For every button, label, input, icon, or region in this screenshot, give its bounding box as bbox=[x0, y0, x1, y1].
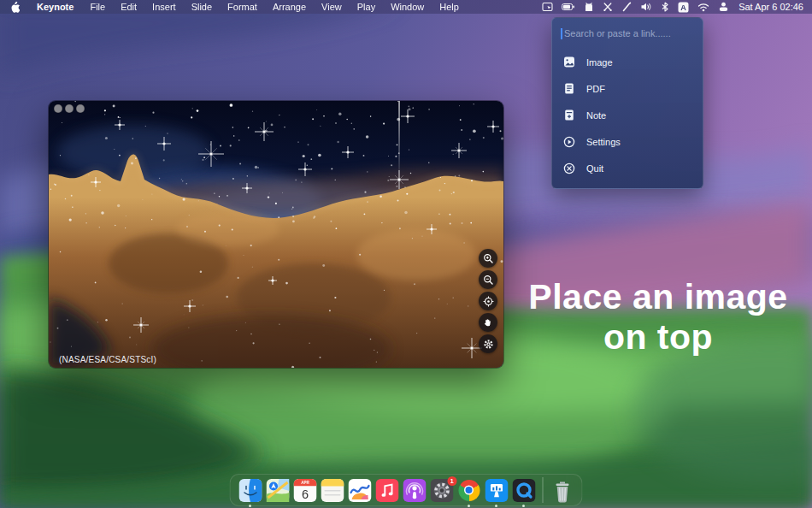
gear-button[interactable] bbox=[479, 334, 497, 353]
headline-line1: Place an image bbox=[509, 277, 808, 317]
quit-icon bbox=[563, 162, 575, 174]
screenshot-icon[interactable] bbox=[538, 2, 557, 12]
dock-item-quicktime[interactable] bbox=[512, 479, 535, 502]
search-input[interactable]: Search or paste a link...... bbox=[561, 25, 694, 42]
user-switch-icon[interactable] bbox=[714, 2, 733, 12]
menu-item-pdf[interactable]: PDF bbox=[552, 75, 703, 102]
search-placeholder: Search or paste a link...... bbox=[564, 28, 671, 38]
zoom-button[interactable] bbox=[76, 104, 85, 113]
image-credit-caption: (NASA/ESA/CSA/STScI) bbox=[59, 355, 156, 364]
menu-slide[interactable]: Slide bbox=[184, 2, 220, 12]
menu-item-quit[interactable]: Quit bbox=[552, 155, 703, 181]
menu-view[interactable]: View bbox=[314, 2, 350, 12]
reset-zoom-button[interactable] bbox=[479, 292, 497, 310]
menu-item-label: PDF bbox=[586, 84, 605, 94]
menu-arrange[interactable]: Arrange bbox=[265, 2, 314, 12]
close-button[interactable] bbox=[54, 104, 62, 113]
menu-item-label: Settings bbox=[586, 137, 621, 147]
svg-text:6: 6 bbox=[301, 487, 308, 500]
dock-item-podcasts[interactable] bbox=[403, 479, 426, 502]
apple-menu-icon[interactable] bbox=[0, 2, 28, 13]
image-viewer-window[interactable]: (NASA/ESA/CSA/STScI) bbox=[49, 101, 503, 368]
dock-item-finder[interactable] bbox=[238, 479, 262, 502]
pan-hand-button[interactable] bbox=[479, 313, 497, 332]
menu-insert[interactable]: Insert bbox=[144, 2, 184, 12]
image-icon bbox=[563, 56, 575, 68]
dock: APR6 1 bbox=[230, 474, 583, 506]
menu-item-label: Note bbox=[586, 110, 606, 121]
nebula-image bbox=[49, 101, 503, 368]
cat-icon[interactable] bbox=[580, 2, 598, 12]
menu-item-note[interactable]: Note bbox=[552, 102, 703, 128]
volume-icon[interactable] bbox=[636, 2, 656, 12]
dock-item-music[interactable] bbox=[375, 479, 398, 502]
zoom-out-button[interactable] bbox=[479, 270, 497, 289]
pdf-icon bbox=[563, 83, 575, 94]
dock-item-freeform[interactable] bbox=[348, 479, 371, 502]
active-app-name[interactable]: Keynote bbox=[28, 2, 82, 12]
menu-file[interactable]: File bbox=[82, 2, 113, 12]
menu-help[interactable]: Help bbox=[432, 2, 467, 12]
input-source-icon[interactable]: A bbox=[674, 2, 693, 13]
viewer-toolbar bbox=[479, 249, 497, 353]
menu-bar-clock[interactable]: Sat Apr 6 02:46 bbox=[733, 2, 812, 12]
menu-item-label: Image bbox=[586, 57, 613, 68]
menu-format[interactable]: Format bbox=[220, 2, 265, 12]
dock-item-maps[interactable] bbox=[266, 479, 289, 502]
headline-line2: on top bbox=[509, 317, 808, 357]
minimize-button[interactable] bbox=[65, 104, 74, 113]
dock-item-notes[interactable] bbox=[321, 479, 344, 502]
menu-edit[interactable]: Edit bbox=[113, 2, 144, 12]
menu-item-settings[interactable]: Settings bbox=[552, 128, 703, 155]
chrome-logo bbox=[458, 480, 480, 501]
dock-item-system-settings[interactable]: 1 bbox=[430, 479, 453, 502]
dock-item-chrome[interactable] bbox=[457, 479, 480, 502]
menu-item-image[interactable]: Image bbox=[552, 49, 703, 75]
note-icon bbox=[563, 109, 575, 121]
menu-window[interactable]: Window bbox=[383, 2, 432, 12]
scissors-icon[interactable] bbox=[598, 2, 617, 12]
dock-item-keynote[interactable] bbox=[485, 479, 508, 502]
battery-icon[interactable] bbox=[557, 2, 580, 12]
bluetooth-icon[interactable] bbox=[656, 2, 674, 12]
svg-text:A: A bbox=[680, 3, 686, 11]
dropdown-menu-panel: Search or paste a link...... Image PDF N… bbox=[551, 17, 703, 189]
dock-item-calendar[interactable]: APR6 bbox=[293, 479, 316, 502]
menu-item-label: Quit bbox=[586, 163, 603, 174]
desktop-headline: Place an image on top bbox=[509, 277, 808, 357]
settings-icon bbox=[563, 136, 575, 148]
svg-text:APR: APR bbox=[301, 481, 309, 485]
window-controls bbox=[54, 104, 85, 113]
dock-item-trash[interactable] bbox=[550, 479, 574, 502]
menu-bar: Keynote File Edit Insert Slide Format Ar… bbox=[0, 0, 812, 14]
text-caret bbox=[561, 28, 562, 39]
wifi-icon[interactable] bbox=[693, 3, 714, 12]
zoom-in-button[interactable] bbox=[479, 249, 497, 268]
menu-play[interactable]: Play bbox=[350, 2, 383, 12]
dock-separator bbox=[543, 477, 544, 503]
notification-badge: 1 bbox=[447, 476, 456, 486]
wand-icon[interactable] bbox=[617, 2, 636, 12]
